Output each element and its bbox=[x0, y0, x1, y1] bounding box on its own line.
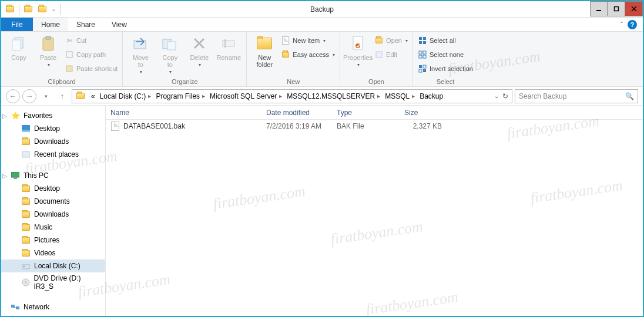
invertselection-button[interactable]: Invert selection bbox=[418, 62, 473, 75]
paste-dropdown-icon: ▾ bbox=[48, 62, 50, 68]
nav-fav-recent[interactable]: Recent places bbox=[1, 148, 105, 161]
newfolder-button[interactable]: New folder bbox=[251, 34, 277, 68]
downloads-icon bbox=[21, 137, 31, 146]
file-menu[interactable]: File bbox=[1, 18, 33, 31]
nav-fav-downloads[interactable]: Downloads bbox=[1, 135, 105, 148]
crumb-3[interactable]: MSSQL12.MSSQLSERVER▸ bbox=[284, 92, 383, 100]
nav-fav-desktop[interactable]: Desktop bbox=[1, 122, 105, 135]
address-row: ← → ▾ ↑ « Local Disk (C:)▸ Program Files… bbox=[1, 87, 643, 106]
nav-pc-dvd[interactable]: DVD Drive (D:) IR3_S bbox=[1, 272, 105, 292]
tree-collapse-icon[interactable]: ▷ bbox=[2, 113, 7, 119]
search-input[interactable]: Search Backup 🔍 bbox=[515, 89, 638, 103]
quick-access-toolbar: = bbox=[1, 3, 62, 16]
newitem-button[interactable]: New item▾ bbox=[281, 34, 335, 47]
open-button[interactable]: Open▾ bbox=[374, 34, 408, 47]
edit-label: Edit bbox=[386, 51, 397, 58]
copyto-icon bbox=[160, 34, 179, 53]
file-row[interactable]: DATABASE001.bak 7/2/2016 3:19 AM BAK Fil… bbox=[106, 120, 643, 133]
rename-button[interactable]: Rename bbox=[216, 34, 242, 61]
delete-button[interactable]: Delete▾ bbox=[186, 34, 212, 68]
navigation-pane: ▷⭐Favorites Desktop Downloads Recent pla… bbox=[1, 106, 106, 316]
help-icon[interactable]: ? bbox=[628, 20, 637, 29]
svg-rect-30 bbox=[419, 69, 422, 72]
pasteshortcut-button[interactable]: Paste shortcut bbox=[65, 62, 118, 75]
nav-pc-music[interactable]: Music bbox=[1, 221, 105, 234]
window-title: Backup bbox=[310, 5, 334, 14]
qat-customize-chevron[interactable]: = bbox=[50, 6, 58, 12]
edit-button[interactable]: Edit bbox=[374, 48, 408, 61]
search-icon: 🔍 bbox=[625, 92, 634, 100]
tab-view[interactable]: View bbox=[103, 18, 135, 31]
app-icon[interactable] bbox=[4, 3, 16, 16]
tree-collapse-icon[interactable]: ▷ bbox=[2, 173, 7, 179]
copypath-button[interactable]: Copy path bbox=[65, 48, 118, 61]
copy-icon bbox=[9, 34, 28, 53]
ribbon: Copy Paste ▾ ✄Cut Copy path Paste shortc… bbox=[1, 32, 643, 87]
selectall-button[interactable]: Select all bbox=[418, 34, 473, 47]
tab-share[interactable]: Share bbox=[68, 18, 103, 31]
forward-button[interactable]: → bbox=[22, 89, 36, 103]
crumb-2[interactable]: Microsoft SQL Server▸ bbox=[207, 92, 284, 100]
nav-pc-videos-label: Videos bbox=[34, 249, 55, 257]
easyaccess-button[interactable]: Easy access▾ bbox=[281, 48, 335, 61]
qat-separator bbox=[19, 4, 19, 15]
up-button[interactable]: ↑ bbox=[55, 89, 69, 103]
breadcrumb-overflow[interactable]: « bbox=[89, 92, 98, 100]
chevron-right-icon: ▸ bbox=[202, 93, 205, 99]
tab-home[interactable]: Home bbox=[33, 18, 68, 31]
close-button[interactable] bbox=[625, 1, 643, 16]
file-type: BAK File bbox=[332, 122, 400, 130]
nav-pc-videos[interactable]: Videos bbox=[1, 247, 105, 259]
crumb-5[interactable]: Backup bbox=[417, 92, 445, 100]
selectall-icon bbox=[418, 36, 427, 45]
col-type[interactable]: Type bbox=[332, 109, 400, 117]
nav-fav-recent-label: Recent places bbox=[34, 150, 79, 158]
col-name[interactable]: Name bbox=[106, 109, 261, 117]
refresh-button[interactable]: ↻ bbox=[502, 92, 508, 100]
ribbon-group-organize: Move to▾ Copy to▾ Delete▾ Rename Organiz… bbox=[123, 32, 247, 86]
nav-network-label: Network bbox=[24, 303, 49, 311]
nav-pc-downloads[interactable]: Downloads bbox=[1, 208, 105, 221]
address-bar[interactable]: « Local Disk (C:)▸ Program Files▸ Micros… bbox=[72, 89, 512, 103]
nav-thispc-header[interactable]: ▷This PC bbox=[1, 169, 105, 182]
dvd-icon bbox=[21, 278, 31, 287]
svg-rect-26 bbox=[419, 55, 422, 58]
edit-icon bbox=[374, 50, 384, 59]
address-dropdown-chevron[interactable]: ⌄ bbox=[494, 93, 499, 99]
properties-icon bbox=[348, 34, 367, 53]
copyto-button[interactable]: Copy to▾ bbox=[157, 34, 183, 75]
properties-button[interactable]: Properties▾ bbox=[345, 34, 371, 68]
nav-pc-desktop[interactable]: Desktop bbox=[1, 182, 105, 195]
location-icon bbox=[75, 93, 86, 99]
paste-button[interactable]: Paste ▾ bbox=[35, 34, 61, 68]
ribbon-collapse-chevron[interactable]: ˆ bbox=[620, 21, 623, 28]
properties-label: Properties bbox=[343, 54, 373, 61]
nav-network-header[interactable]: Network bbox=[1, 301, 105, 313]
chevron-right-icon: ▸ bbox=[148, 93, 151, 99]
col-date[interactable]: Date modified bbox=[261, 109, 332, 117]
nav-favorites-header[interactable]: ▷⭐Favorites bbox=[1, 109, 105, 122]
easyaccess-icon bbox=[281, 50, 290, 59]
crumb-4[interactable]: MSSQL▸ bbox=[383, 92, 417, 100]
col-size[interactable]: Size bbox=[400, 109, 447, 117]
window-controls bbox=[590, 1, 643, 16]
maximize-button[interactable] bbox=[608, 1, 625, 16]
group-label-organize: Organize bbox=[128, 77, 242, 86]
recent-locations-chevron[interactable]: ▾ bbox=[39, 89, 53, 103]
nav-pc-localdisk[interactable]: Local Disk (C:) bbox=[1, 259, 105, 272]
qat-newfolder-icon[interactable] bbox=[36, 3, 49, 16]
moveto-button[interactable]: Move to▾ bbox=[128, 34, 153, 75]
selectnone-button[interactable]: Select none bbox=[418, 48, 473, 61]
back-button[interactable]: ← bbox=[6, 89, 20, 103]
copy-button[interactable]: Copy bbox=[6, 34, 32, 61]
minimize-button[interactable] bbox=[590, 1, 608, 16]
crumb-1[interactable]: Program Files▸ bbox=[153, 92, 207, 100]
delete-label: Delete bbox=[190, 54, 209, 61]
cut-button[interactable]: ✄Cut bbox=[65, 34, 118, 47]
title-bar: = Backup bbox=[1, 1, 643, 18]
qat-properties-icon[interactable] bbox=[22, 3, 35, 16]
crumb-0[interactable]: Local Disk (C:)▸ bbox=[98, 92, 154, 100]
nav-pc-documents[interactable]: Documents bbox=[1, 195, 105, 208]
nav-pc-pictures[interactable]: Pictures bbox=[1, 234, 105, 247]
svg-rect-25 bbox=[423, 51, 426, 54]
